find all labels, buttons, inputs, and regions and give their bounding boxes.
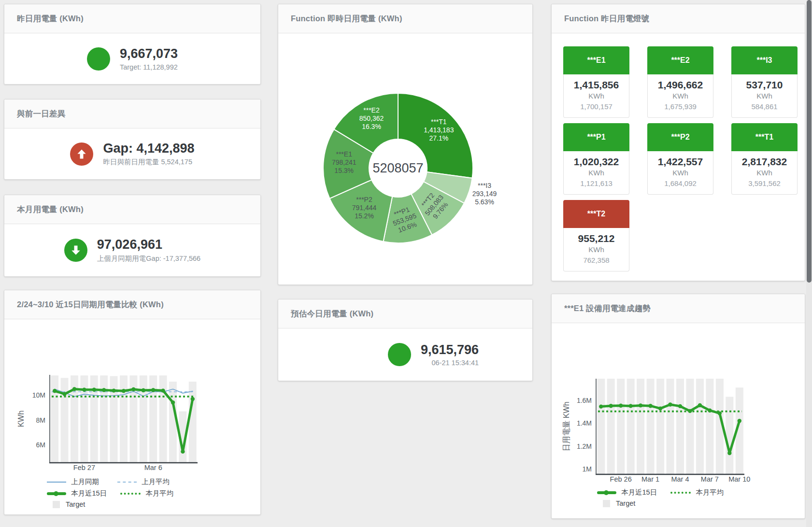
legend-item: 本月近15日 (47, 489, 107, 498)
kpi-text: 97,026,961 上個月同期用電Gap: -17,377,566 (97, 237, 200, 263)
panel-yesterday-usage: 昨日用電量 (KWh) 9,667,073 Target: 11,128,992 (4, 4, 261, 85)
panel-body: Gap: 4,142,898 昨日與前日用電量 5,524,175 (4, 128, 260, 179)
status-circle-icon (87, 47, 110, 71)
svg-text:日用電量 KWh: 日用電量 KWh (562, 401, 570, 451)
green-dotted-swatch-icon (670, 492, 691, 494)
legend-label: 本月近15日 (621, 488, 657, 497)
tile-header: ***T1 (731, 123, 798, 151)
legend-label: 本月平均 (696, 488, 724, 497)
svg-text:15.3%: 15.3% (334, 167, 354, 174)
tile-body: 1,496,662 KWh 1,675,939 (647, 74, 713, 118)
panel-estimate-today: 預估今日用電量 (KWh) 9,615,796 06-21 15:34:41 (278, 299, 533, 381)
kpi-row: Gap: 4,142,898 昨日與前日用電量 5,524,175 (4, 128, 260, 179)
scrollbar-track[interactable] (806, 0, 812, 527)
svg-text:27.1%: 27.1% (429, 134, 448, 142)
svg-text:Mar 6: Mar 6 (144, 464, 162, 471)
panel-header: 本月用電量 (KWh) (4, 195, 260, 224)
kpi-text: 9,615,796 06-21 15:34:41 (421, 342, 479, 367)
legend-label: Target (66, 500, 85, 508)
tile-target: 1,700,157 (566, 101, 627, 112)
kpi-value: 9,615,796 (421, 342, 479, 357)
tile-target: 1,684,092 (650, 178, 711, 189)
tile-header: ***E2 (647, 46, 713, 74)
target-swatch-icon (53, 501, 60, 508)
svg-text:Feb 27: Feb 27 (73, 464, 95, 471)
legend-label: 上月平均 (142, 477, 170, 486)
tile-header: ***I3 (731, 46, 798, 74)
legend-item: Target (47, 500, 104, 508)
tile-unit: KWh (566, 91, 627, 101)
svg-text:16.3%: 16.3% (362, 123, 381, 130)
kpi-value: 9,667,073 (120, 46, 178, 61)
light-tile-t2: ***T2 955,212 KWh 762,358 (563, 200, 629, 271)
tile-body: 1,415,856 KWh 1,700,157 (563, 74, 629, 118)
tile-body: 955,212 KWh 762,358 (563, 228, 629, 271)
svg-text:Mar 1: Mar 1 (641, 475, 659, 483)
tile-header: ***E1 (563, 46, 629, 74)
blue-line-swatch-icon (47, 482, 66, 483)
tile-target: 1,675,939 (650, 101, 711, 112)
legend-row: Target (47, 500, 177, 508)
chart-legend: 本月近15日 本月平均 Target (597, 488, 727, 507)
svg-text:Mar 7: Mar 7 (701, 475, 719, 483)
light-tile-i3: ***I3 537,710 KWh 584,861 (731, 46, 798, 118)
svg-text:15.2%: 15.2% (355, 212, 374, 220)
tile-header: ***T2 (563, 200, 629, 228)
panel-body: 1M1.2M1.4M1.6MFeb 26Mar 1Mar 4Mar 7Mar 1… (552, 323, 805, 518)
panel-lights: Function 昨日用電燈號 ***E1 1,415,856 KWh 1,70… (551, 4, 805, 281)
svg-text:Mar 4: Mar 4 (671, 475, 689, 483)
tile-unit: KWh (734, 91, 795, 101)
panel-header: 昨日用電量 (KWh) (4, 4, 260, 33)
tile-body: 537,710 KWh 584,861 (731, 74, 798, 118)
lights-grid: ***E1 1,415,856 KWh 1,700,157 ***E2 1,49… (563, 46, 798, 271)
legend-item: 上月平均 (117, 477, 174, 486)
kpi-subtitle: 昨日與前日用電量 5,524,175 (103, 157, 194, 167)
svg-text:Mar 10: Mar 10 (728, 475, 750, 483)
usage-donut-chart: ***T11,413,18327.1%***I3293,1495.63%***T… (278, 33, 533, 285)
tile-value: 2,817,832 (734, 156, 795, 168)
tile-value: 1,496,662 (650, 79, 711, 91)
svg-text:***P2: ***P2 (356, 196, 372, 203)
svg-text:***T1: ***T1 (431, 118, 447, 126)
light-tile-p2: ***P2 1,422,557 KWh 1,684,092 (647, 123, 713, 195)
kpi-subtitle: Target: 11,128,992 (120, 63, 178, 71)
target-swatch-icon (603, 500, 610, 507)
scrollbar-thumb[interactable] (807, 0, 812, 283)
blue-dashed-swatch-icon (117, 482, 137, 483)
panel-body: 9,667,073 Target: 11,128,992 (4, 33, 260, 84)
tile-body: 2,817,832 KWh 3,591,562 (731, 151, 798, 195)
svg-text:KWh: KWh (17, 411, 25, 427)
panel-body: ***T11,413,18327.1%***I3293,1495.63%***T… (278, 33, 532, 285)
arrow-up-icon (70, 142, 93, 166)
light-tile-p1: ***P1 1,020,322 KWh 1,121,613 (563, 123, 629, 195)
light-tile-t1: ***T1 2,817,832 KWh 3,591,562 (731, 123, 798, 195)
tile-value: 1,020,322 (566, 156, 627, 168)
tile-target: 584,861 (734, 101, 795, 112)
tile-header: ***P2 (647, 123, 713, 151)
svg-text:1.6M: 1.6M (577, 397, 592, 404)
legend-label: 本月平均 (145, 489, 173, 498)
panel-body: 9,615,796 06-21 15:34:41 (278, 328, 532, 381)
legend-item: 本月平均 (670, 488, 727, 497)
kpi-subtitle: 上個月同期用電Gap: -17,377,566 (97, 254, 200, 263)
svg-text:8M: 8M (36, 416, 45, 424)
dashboard: 昨日用電量 (KWh) 9,667,073 Target: 11,128,992… (0, 0, 812, 527)
panel-title: 2/24~3/10 近15日同期用電量比較 (KWh) (17, 299, 164, 310)
svg-text:1.2M: 1.2M (577, 442, 592, 450)
panel-title: Function 即時日用電量 (KWh) (291, 14, 402, 24)
light-tile-e2: ***E2 1,496,662 KWh 1,675,939 (647, 46, 713, 118)
legend-label: 上月同期 (71, 477, 99, 486)
legend-row: 上月同期 上月平均 (47, 477, 177, 486)
svg-text:Feb 26: Feb 26 (610, 475, 632, 483)
panel-diff-prev-day: 與前一日差異 Gap: 4,142,898 昨日與前日用電量 5,524,175 (4, 99, 261, 180)
svg-text:***E1: ***E1 (336, 150, 352, 158)
green-dotted-swatch-icon (120, 493, 141, 495)
panel-header: ***E1 設備用電達成趨勢 (552, 294, 805, 323)
tile-unit: KWh (650, 91, 711, 101)
panel-15day-compare-chart: 2/24~3/10 近15日同期用電量比較 (KWh) 6M8M10MFeb 2… (4, 290, 261, 515)
tile-header: ***P1 (563, 123, 629, 151)
panel-header: 2/24~3/10 近15日同期用電量比較 (KWh) (4, 290, 260, 319)
tile-unit: KWh (566, 168, 627, 178)
panel-body: 6M8M10MFeb 27Mar 6KWh 上月同期 上月平均 本月近15日 本… (4, 319, 260, 514)
panel-month-usage: 本月用電量 (KWh) 97,026,961 上個月同期用電Gap: -17,3… (4, 195, 261, 277)
